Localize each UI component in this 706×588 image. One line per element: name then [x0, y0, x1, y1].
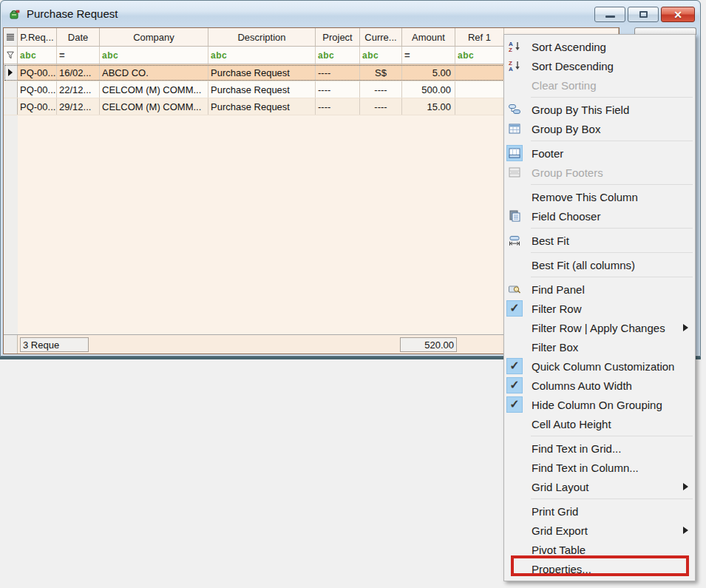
- menu-item-best-fit-all-columns[interactable]: Best Fit (all columns): [504, 255, 695, 274]
- cell-preq[interactable]: PQ-00...: [18, 81, 57, 98]
- menu-item-cell-auto-height[interactable]: Cell Auto Height: [504, 414, 695, 433]
- checkmark-icon: ✓: [506, 377, 523, 393]
- cell-description[interactable]: Purchase Request: [208, 98, 316, 115]
- menu-separator: [531, 184, 693, 185]
- filter-cell-date[interactable]: =: [57, 47, 100, 64]
- menu-item-group-by-this-field[interactable]: Group By This Field: [504, 100, 695, 119]
- cell-company[interactable]: ABCD CO.: [100, 64, 208, 81]
- close-icon: ✕: [673, 10, 682, 20]
- submenu-arrow-icon: [683, 483, 688, 490]
- cell-ref1[interactable]: [455, 81, 504, 98]
- window-titlebar[interactable]: Purchase Request ✕: [1, 1, 699, 27]
- menu-item-clear-sorting: Clear Sorting: [504, 75, 695, 95]
- current-row-arrow-icon: [7, 69, 13, 76]
- cell-ref1[interactable]: [455, 64, 504, 81]
- footer-amount-total: 520.00: [400, 337, 457, 352]
- menu-item-find-text-in-column[interactable]: Find Text in Column...: [504, 458, 695, 477]
- screenshot-stage: Purchase Request ✕ P.Req... Date Company…: [0, 0, 706, 588]
- menu-item-footer[interactable]: Footer: [504, 143, 695, 163]
- filter-cell-amount[interactable]: =: [402, 47, 455, 64]
- cell-company[interactable]: CELCOM (M) COMM...: [100, 98, 208, 115]
- maximize-button[interactable]: [628, 7, 659, 22]
- menu-item-sort-descending[interactable]: Z A Sort Descending: [504, 56, 695, 75]
- select-all-corner[interactable]: [4, 28, 18, 46]
- cell-amount[interactable]: 15.00: [402, 98, 455, 115]
- filter-cell-ref1[interactable]: abc: [455, 47, 504, 64]
- menu-item-group-footers: Group Footers: [504, 163, 695, 182]
- menu-item-grid-layout[interactable]: Grid Layout: [504, 477, 695, 496]
- menu-item-sort-ascending[interactable]: A Z Sort Ascending: [504, 37, 695, 56]
- menu-item-find-text-in-grid[interactable]: Find Text in Grid...: [504, 439, 695, 458]
- column-header-ref1[interactable]: Ref 1: [455, 28, 504, 46]
- cell-preq[interactable]: PQ-00...: [18, 64, 57, 81]
- menu-item-grid-export[interactable]: Grid Export: [504, 521, 695, 540]
- menu-item-filter-row[interactable]: ✓ Filter Row: [504, 299, 695, 318]
- column-header-project[interactable]: Project: [316, 28, 360, 46]
- grid-menu-icon: [6, 33, 15, 41]
- menu-item-field-chooser[interactable]: Field Chooser: [504, 206, 695, 226]
- menu-item-columns-auto-width[interactable]: ✓ Columns Auto Width: [504, 376, 695, 395]
- minimize-icon: [605, 16, 615, 18]
- cell-currency[interactable]: ----: [360, 81, 402, 98]
- cell-preq[interactable]: PQ-00...: [18, 98, 57, 115]
- minimize-button[interactable]: [594, 7, 625, 22]
- filter-cell-description[interactable]: abc: [208, 47, 316, 64]
- footer-record-count: 3 Reque: [20, 337, 89, 352]
- filter-cell-preq[interactable]: abc: [18, 47, 57, 64]
- menu-item-filter-box[interactable]: Filter Box: [504, 337, 695, 356]
- checkmark-icon: ✓: [506, 358, 523, 374]
- group-footers-icon: [506, 164, 523, 180]
- menu-separator: [531, 436, 693, 436]
- filter-cell-company[interactable]: abc: [100, 47, 208, 64]
- close-button[interactable]: ✕: [661, 7, 695, 22]
- svg-text:Z: Z: [509, 47, 512, 53]
- column-header-preq[interactable]: P.Req...: [18, 28, 57, 46]
- filter-cell-project[interactable]: abc: [316, 47, 360, 64]
- menu-item-group-by-box[interactable]: Group By Box: [504, 119, 695, 138]
- checkmark-icon: ✓: [506, 300, 523, 317]
- column-header-currency[interactable]: Curre...: [360, 28, 402, 46]
- menu-item-print-grid[interactable]: Print Grid: [504, 501, 695, 521]
- cell-project[interactable]: ----: [316, 64, 360, 81]
- cell-description[interactable]: Purchase Request: [208, 81, 316, 98]
- cell-description[interactable]: Purchase Request: [208, 64, 316, 81]
- sort-descending-icon: Z A: [506, 58, 523, 74]
- footer-indicator-cell: [4, 335, 18, 354]
- group-by-box-icon: [506, 121, 523, 137]
- column-header-date[interactable]: Date: [57, 28, 100, 46]
- menu-item-best-fit[interactable]: Best Fit: [504, 231, 695, 250]
- submenu-arrow-icon: [683, 324, 688, 331]
- menu-item-hide-column-on-grouping[interactable]: ✓ Hide Column On Grouping: [504, 395, 695, 414]
- submenu-arrow-icon: [683, 527, 688, 534]
- cell-project[interactable]: ----: [316, 98, 360, 115]
- cell-ref1[interactable]: [455, 98, 504, 115]
- cell-company[interactable]: CELCOM (M) COMM...: [100, 81, 208, 98]
- find-panel-icon: [506, 281, 523, 297]
- cell-currency[interactable]: S$: [360, 64, 402, 81]
- menu-item-properties[interactable]: Properties...: [504, 559, 695, 578]
- menu-separator: [531, 228, 693, 229]
- menu-item-remove-this-column[interactable]: Remove This Column: [504, 187, 695, 206]
- cell-project[interactable]: ----: [316, 81, 360, 98]
- cell-amount[interactable]: 5.00: [402, 64, 455, 81]
- column-header-description[interactable]: Description: [208, 28, 316, 46]
- cell-date[interactable]: 29/12...: [57, 98, 100, 115]
- cell-amount[interactable]: 500.00: [402, 81, 455, 98]
- cell-date[interactable]: 22/12...: [57, 81, 100, 98]
- menu-item-pivot-table[interactable]: Pivot Table: [504, 540, 695, 559]
- group-by-field-icon: [506, 101, 523, 118]
- menu-item-quick-column-customization[interactable]: ✓ Quick Column Customization: [504, 356, 695, 376]
- cell-currency[interactable]: ----: [360, 98, 402, 115]
- app-icon: [8, 7, 21, 21]
- filter-cell-currency[interactable]: abc: [360, 47, 402, 64]
- menu-separator: [531, 277, 693, 277]
- menu-item-find-panel[interactable]: Find Panel: [504, 280, 695, 299]
- filter-funnel-icon: [6, 50, 15, 60]
- menu-item-filter-row-apply-changes[interactable]: Filter Row | Apply Changes: [504, 318, 695, 337]
- column-header-amount[interactable]: Amount: [402, 28, 455, 46]
- cell-date[interactable]: 16/02...: [57, 64, 100, 81]
- column-header-company[interactable]: Company: [100, 28, 208, 46]
- menu-separator: [531, 252, 693, 253]
- menu-separator: [531, 141, 693, 141]
- checkmark-icon: ✓: [506, 396, 523, 413]
